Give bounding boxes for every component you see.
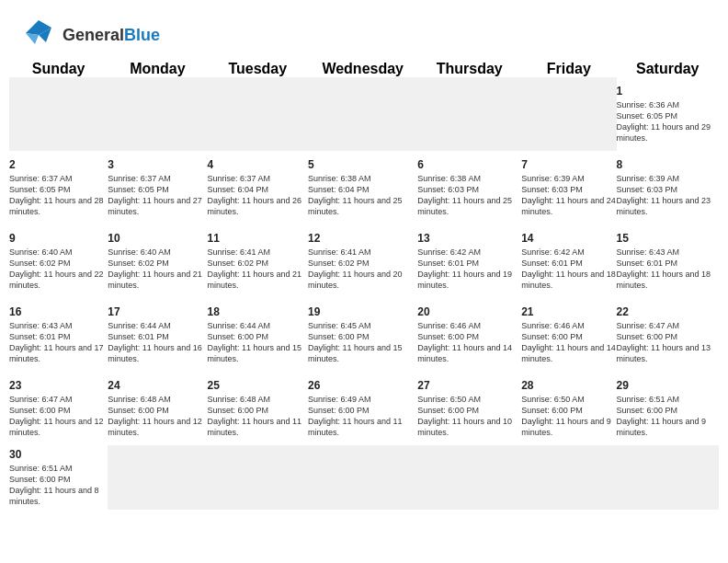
- table-row: 24Sunrise: 6:48 AMSunset: 6:00 PMDayligh…: [108, 372, 207, 445]
- day-number: 21: [521, 305, 616, 318]
- day-info: Sunrise: 6:48 AMSunset: 6:00 PMDaylight:…: [207, 394, 308, 439]
- day-number: 7: [521, 158, 616, 171]
- logo-icon: [18, 17, 59, 53]
- day-number: 30: [9, 448, 108, 461]
- day-number: 19: [308, 305, 417, 318]
- day-info: Sunrise: 6:46 AMSunset: 6:00 PMDaylight:…: [521, 320, 616, 365]
- table-row: 3Sunrise: 6:37 AMSunset: 6:05 PMDaylight…: [108, 151, 207, 224]
- day-info: Sunrise: 6:47 AMSunset: 6:00 PMDaylight:…: [617, 320, 719, 365]
- table-row: 14Sunrise: 6:42 AMSunset: 6:01 PMDayligh…: [521, 224, 616, 298]
- day-info: Sunrise: 6:42 AMSunset: 6:01 PMDaylight:…: [521, 247, 616, 292]
- col-tuesday: Tuesday: [207, 61, 308, 77]
- calendar-wrapper: Sunday Monday Tuesday Wednesday Thursday…: [0, 61, 728, 519]
- day-number: 9: [9, 232, 108, 245]
- day-info: Sunrise: 6:40 AMSunset: 6:02 PMDaylight:…: [108, 247, 207, 292]
- day-info: Sunrise: 6:39 AMSunset: 6:03 PMDaylight:…: [617, 173, 719, 218]
- col-friday: Friday: [521, 61, 616, 77]
- table-row: 9Sunrise: 6:40 AMSunset: 6:02 PMDaylight…: [9, 224, 108, 298]
- day-info: Sunrise: 6:37 AMSunset: 6:05 PMDaylight:…: [108, 173, 207, 218]
- day-number: 24: [108, 379, 207, 392]
- day-number: 20: [417, 305, 521, 318]
- day-info: Sunrise: 6:38 AMSunset: 6:03 PMDaylight:…: [417, 173, 521, 218]
- day-number: 8: [617, 158, 719, 171]
- table-row: 23Sunrise: 6:47 AMSunset: 6:00 PMDayligh…: [9, 372, 108, 445]
- table-row: 11Sunrise: 6:41 AMSunset: 6:02 PMDayligh…: [207, 224, 308, 298]
- day-number: 17: [108, 305, 207, 318]
- day-number: 25: [207, 379, 308, 392]
- logo: GeneralBlue: [18, 17, 160, 53]
- day-number: 4: [207, 158, 308, 171]
- day-info: Sunrise: 6:48 AMSunset: 6:00 PMDaylight:…: [108, 394, 207, 439]
- day-number: 11: [207, 232, 308, 245]
- table-row: 29Sunrise: 6:51 AMSunset: 6:00 PMDayligh…: [617, 372, 719, 445]
- day-number: 26: [308, 379, 417, 392]
- page-header: GeneralBlue: [0, 0, 728, 61]
- day-info: Sunrise: 6:49 AMSunset: 6:00 PMDaylight:…: [308, 394, 417, 439]
- col-saturday: Saturday: [617, 61, 719, 77]
- day-number: 22: [617, 305, 719, 318]
- table-row: 19Sunrise: 6:45 AMSunset: 6:00 PMDayligh…: [308, 298, 417, 372]
- table-row: [9, 77, 108, 151]
- table-row: 10Sunrise: 6:40 AMSunset: 6:02 PMDayligh…: [108, 224, 207, 298]
- day-info: Sunrise: 6:44 AMSunset: 6:00 PMDaylight:…: [207, 320, 308, 365]
- day-info: Sunrise: 6:51 AMSunset: 6:00 PMDaylight:…: [617, 394, 719, 439]
- table-row: [521, 77, 616, 151]
- day-info: Sunrise: 6:37 AMSunset: 6:04 PMDaylight:…: [207, 173, 308, 218]
- day-info: Sunrise: 6:43 AMSunset: 6:01 PMDaylight:…: [9, 320, 108, 365]
- table-row: 22Sunrise: 6:47 AMSunset: 6:00 PMDayligh…: [617, 298, 719, 372]
- day-number: 23: [9, 379, 108, 392]
- table-row: 18Sunrise: 6:44 AMSunset: 6:00 PMDayligh…: [207, 298, 308, 372]
- day-number: 1: [617, 85, 719, 98]
- svg-marker-1: [26, 33, 39, 44]
- day-number: 5: [308, 158, 417, 171]
- day-info: Sunrise: 6:41 AMSunset: 6:02 PMDaylight:…: [207, 247, 308, 292]
- day-info: Sunrise: 6:40 AMSunset: 6:02 PMDaylight:…: [9, 247, 108, 292]
- table-row: 12Sunrise: 6:41 AMSunset: 6:02 PMDayligh…: [308, 224, 417, 298]
- col-sunday: Sunday: [9, 61, 108, 77]
- table-row: [207, 77, 308, 151]
- table-row: 30Sunrise: 6:51 AMSunset: 6:00 PMDayligh…: [9, 445, 108, 510]
- calendar-table: Sunday Monday Tuesday Wednesday Thursday…: [9, 61, 719, 510]
- table-row: 2Sunrise: 6:37 AMSunset: 6:05 PMDaylight…: [9, 151, 108, 224]
- table-row: 13Sunrise: 6:42 AMSunset: 6:01 PMDayligh…: [417, 224, 521, 298]
- day-info: Sunrise: 6:43 AMSunset: 6:01 PMDaylight:…: [617, 247, 719, 292]
- table-row: [108, 77, 207, 151]
- logo-general: General: [63, 26, 124, 44]
- table-row: [417, 77, 521, 151]
- day-number: 14: [521, 232, 616, 245]
- day-info: Sunrise: 6:38 AMSunset: 6:04 PMDaylight:…: [308, 173, 417, 218]
- day-info: Sunrise: 6:45 AMSunset: 6:00 PMDaylight:…: [308, 320, 417, 365]
- calendar-header: Sunday Monday Tuesday Wednesday Thursday…: [9, 61, 719, 77]
- table-row: [521, 445, 616, 510]
- table-row: 1Sunrise: 6:36 AMSunset: 6:05 PMDaylight…: [617, 77, 719, 151]
- col-thursday: Thursday: [417, 61, 521, 77]
- table-row: [417, 445, 521, 510]
- day-number: 6: [417, 158, 521, 171]
- day-number: 29: [617, 379, 719, 392]
- col-wednesday: Wednesday: [308, 61, 417, 77]
- day-number: 15: [617, 232, 719, 245]
- day-number: 12: [308, 232, 417, 245]
- day-number: 2: [9, 158, 108, 171]
- day-info: Sunrise: 6:46 AMSunset: 6:00 PMDaylight:…: [417, 320, 521, 365]
- table-row: 25Sunrise: 6:48 AMSunset: 6:00 PMDayligh…: [207, 372, 308, 445]
- day-info: Sunrise: 6:36 AMSunset: 6:05 PMDaylight:…: [617, 99, 719, 144]
- day-number: 27: [417, 379, 521, 392]
- day-number: 16: [9, 305, 108, 318]
- day-info: Sunrise: 6:39 AMSunset: 6:03 PMDaylight:…: [521, 173, 616, 218]
- table-row: 20Sunrise: 6:46 AMSunset: 6:00 PMDayligh…: [417, 298, 521, 372]
- calendar-body: 1Sunrise: 6:36 AMSunset: 6:05 PMDaylight…: [9, 77, 719, 510]
- table-row: 26Sunrise: 6:49 AMSunset: 6:00 PMDayligh…: [308, 372, 417, 445]
- col-monday: Monday: [108, 61, 207, 77]
- day-number: 18: [207, 305, 308, 318]
- table-row: [308, 445, 417, 510]
- day-info: Sunrise: 6:37 AMSunset: 6:05 PMDaylight:…: [9, 173, 108, 218]
- table-row: 27Sunrise: 6:50 AMSunset: 6:00 PMDayligh…: [417, 372, 521, 445]
- day-info: Sunrise: 6:50 AMSunset: 6:00 PMDaylight:…: [417, 394, 521, 439]
- day-info: Sunrise: 6:47 AMSunset: 6:00 PMDaylight:…: [9, 394, 108, 439]
- table-row: [308, 77, 417, 151]
- day-number: 13: [417, 232, 521, 245]
- day-info: Sunrise: 6:51 AMSunset: 6:00 PMDaylight:…: [9, 463, 108, 508]
- table-row: 7Sunrise: 6:39 AMSunset: 6:03 PMDaylight…: [521, 151, 616, 224]
- day-number: 10: [108, 232, 207, 245]
